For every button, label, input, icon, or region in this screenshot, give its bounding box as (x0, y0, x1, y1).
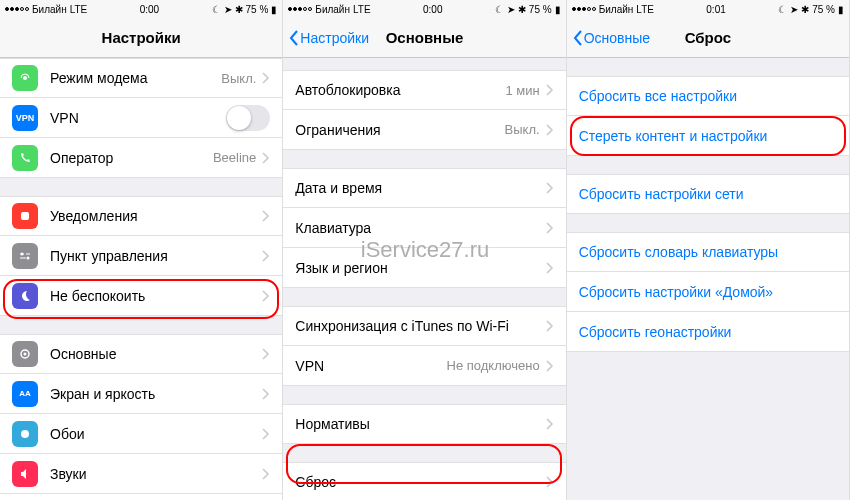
back-label: Основные (584, 30, 650, 46)
value: Выкл. (221, 71, 256, 86)
chevron-right-icon (546, 320, 554, 332)
chevron-right-icon (262, 152, 270, 164)
row-sounds[interactable]: Звуки (0, 454, 282, 494)
vpn-toggle[interactable] (226, 105, 270, 131)
back-button[interactable]: Основные (567, 29, 650, 47)
label: Ограничения (295, 122, 504, 138)
value: Выкл. (505, 122, 540, 137)
row-reset-keyboard[interactable]: Сбросить словарь клавиатуры (567, 232, 849, 272)
row-general[interactable]: Основные (0, 334, 282, 374)
gear-icon (12, 341, 38, 367)
chevron-right-icon (546, 182, 554, 194)
chevron-right-icon (262, 210, 270, 222)
label: Основные (50, 346, 262, 362)
row-reset-home[interactable]: Сбросить настройки «Домой» (567, 272, 849, 312)
svg-rect-1 (21, 212, 29, 220)
chevron-right-icon (546, 84, 554, 96)
signal-dots (572, 7, 596, 11)
chevron-right-icon (546, 262, 554, 274)
row-reset-network[interactable]: Сбросить настройки сети (567, 174, 849, 214)
label: Стереть контент и настройки (579, 128, 837, 144)
status-bar: Билайн LTE 0:00 ☾ ➤ ✱ 75 % ▮ (283, 0, 565, 18)
chevron-right-icon (262, 250, 270, 262)
notifications-icon (12, 203, 38, 229)
row-wallpaper[interactable]: Обои (0, 414, 282, 454)
chevron-right-icon (546, 222, 554, 234)
vpn-icon: VPN (12, 105, 38, 131)
svg-point-6 (21, 430, 29, 438)
value: Не подключено (447, 358, 540, 373)
bluetooth-icon: ✱ (801, 4, 809, 15)
location-icon: ➤ (224, 4, 232, 15)
label: Сбросить геонастройки (579, 324, 837, 340)
network-label: LTE (70, 4, 88, 15)
battery-label: 75 % (529, 4, 552, 15)
moon-icon (12, 283, 38, 309)
chevron-right-icon (546, 124, 554, 136)
network-label: LTE (353, 4, 371, 15)
label: Режим модема (50, 70, 221, 86)
status-bar: Билайн LTE 0:00 ☾ ➤ ✱ 75 % ▮ (0, 0, 282, 18)
row-display[interactable]: AA Экран и яркость (0, 374, 282, 414)
label: Дата и время (295, 180, 545, 196)
row-language[interactable]: Язык и регион (283, 248, 565, 288)
clock: 0:00 (423, 4, 442, 15)
chevron-right-icon (262, 348, 270, 360)
chevron-right-icon (262, 468, 270, 480)
carrier-label: Билайн (315, 4, 350, 15)
label: Сбросить словарь клавиатуры (579, 244, 837, 260)
row-autolock[interactable]: Автоблокировка 1 мин (283, 70, 565, 110)
row-regulatory[interactable]: Нормативы (283, 404, 565, 444)
value: 1 мин (505, 83, 539, 98)
general-pane: Билайн LTE 0:00 ☾ ➤ ✱ 75 % ▮ Настройки О… (283, 0, 566, 500)
row-restrictions[interactable]: Ограничения Выкл. (283, 110, 565, 150)
row-dnd[interactable]: Не беспокоить (0, 276, 282, 316)
svg-point-0 (23, 76, 27, 80)
label: Оператор (50, 150, 213, 166)
label: Экран и яркость (50, 386, 262, 402)
row-reset[interactable]: Сброс (283, 462, 565, 500)
row-reset-all[interactable]: Сбросить все настройки (567, 76, 849, 116)
label: VPN (295, 358, 446, 374)
chevron-right-icon (262, 290, 270, 302)
bluetooth-icon: ✱ (518, 4, 526, 15)
carrier-label: Билайн (32, 4, 67, 15)
svg-point-3 (27, 256, 30, 259)
svg-point-5 (24, 353, 27, 356)
label: Сбросить все настройки (579, 88, 837, 104)
signal-dots (5, 7, 29, 11)
label: Клавиатура (295, 220, 545, 236)
row-vpn[interactable]: VPN VPN (0, 98, 282, 138)
moon-icon: ☾ (778, 4, 787, 15)
clock: 0:01 (706, 4, 725, 15)
chevron-right-icon (546, 476, 554, 488)
row-reset-location[interactable]: Сбросить геонастройки (567, 312, 849, 352)
wallpaper-icon (12, 421, 38, 447)
label: Пункт управления (50, 248, 262, 264)
label: Звуки (50, 466, 262, 482)
row-keyboard[interactable]: Клавиатура (283, 208, 565, 248)
status-bar: Билайн LTE 0:01 ☾ ➤ ✱ 75 % ▮ (567, 0, 849, 18)
row-vpn[interactable]: VPN Не подключено (283, 346, 565, 386)
settings-pane: Билайн LTE 0:00 ☾ ➤ ✱ 75 % ▮ Настройки Р… (0, 0, 283, 500)
row-touchid[interactable]: Touch ID и пароль (0, 494, 282, 500)
location-icon: ➤ (790, 4, 798, 15)
control-center-icon (12, 243, 38, 269)
back-button[interactable]: Настройки (283, 29, 369, 47)
sounds-icon (12, 461, 38, 487)
label: Автоблокировка (295, 82, 505, 98)
nav-bar: Настройки Основные (283, 18, 565, 58)
signal-dots (288, 7, 312, 11)
back-label: Настройки (300, 30, 369, 46)
row-notifications[interactable]: Уведомления (0, 196, 282, 236)
row-itunes-wifi[interactable]: Синхронизация с iTunes по Wi-Fi (283, 306, 565, 346)
hotspot-icon (12, 65, 38, 91)
row-hotspot[interactable]: Режим модема Выкл. (0, 58, 282, 98)
row-erase[interactable]: Стереть контент и настройки (567, 116, 849, 156)
chevron-right-icon (546, 418, 554, 430)
row-carrier[interactable]: Оператор Beeline (0, 138, 282, 178)
label: Сбросить настройки сети (579, 186, 837, 202)
row-control-center[interactable]: Пункт управления (0, 236, 282, 276)
row-datetime[interactable]: Дата и время (283, 168, 565, 208)
battery-label: 75 % (246, 4, 269, 15)
